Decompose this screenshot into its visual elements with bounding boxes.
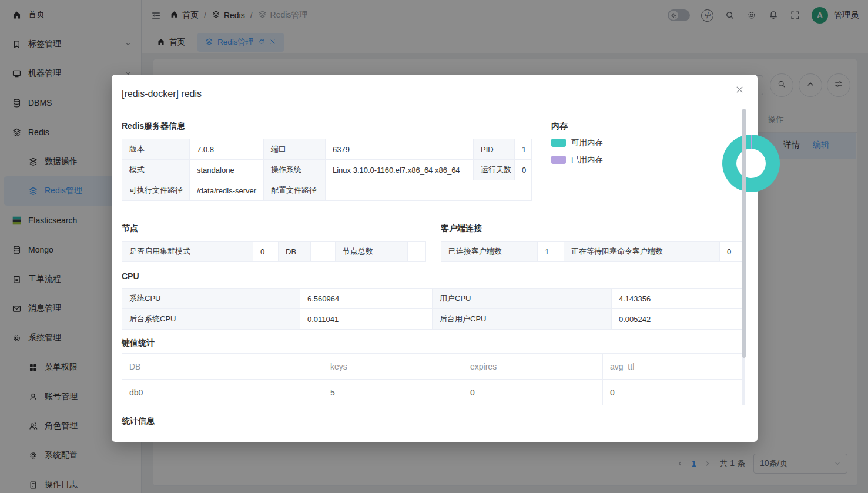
info-label: 系统CPU (122, 289, 300, 308)
legend-item[interactable]: 可用内存 (551, 137, 742, 148)
section-heading: 客户端连接 (441, 223, 745, 234)
info-label: 可执行文件路径 (122, 180, 189, 200)
info-label: 用户CPU (433, 289, 611, 308)
dialog-body: Redis服务器信息 版本 7.0.8 端口 6379 PID 1 模式 sta… (112, 100, 758, 427)
legend-swatch (551, 139, 566, 147)
info-label: 是否启用集群模式 (122, 242, 253, 261)
info-value: 0 (515, 160, 531, 180)
info-value: 0.011041 (300, 309, 432, 329)
info-label: 运行天数 (474, 160, 514, 180)
info-value: 4.143356 (612, 289, 742, 308)
keyspace-table: DB keys expires avg_ttl db0 5 0 0 (122, 353, 745, 405)
info-label: 配置文件路径 (264, 180, 325, 200)
server-info-table: 版本 7.0.8 端口 6379 PID 1 模式 standalone 操作系… (122, 139, 532, 201)
table-cell: 5 (323, 380, 463, 405)
column-header: expires (463, 354, 602, 379)
table-cell: db0 (122, 380, 323, 405)
server-info-section: Redis服务器信息 版本 7.0.8 端口 6379 PID 1 模式 sta… (122, 121, 532, 201)
info-value: /data/redis-server (190, 180, 263, 200)
section-heading: Redis服务器信息 (122, 121, 532, 132)
info-value: 6.560964 (300, 289, 432, 308)
cpu-table: 系统CPU 6.560964 用户CPU 4.143356 后台系统CPU 0.… (122, 288, 745, 330)
cpu-section: CPU 系统CPU 6.560964 用户CPU 4.143356 后台系统CP… (122, 271, 742, 330)
legend-swatch (551, 156, 566, 164)
clients-table: 已连接客户端数 1 正在等待阻塞命令客户端数 0 (441, 241, 745, 262)
legend-item[interactable]: 已用内存 (551, 155, 742, 165)
modal-scrollbar-thumb[interactable] (742, 109, 746, 358)
info-value: 7.0.8 (190, 139, 263, 159)
node-section: 节点 是否启用集群模式 0 DB 节点总数 (122, 223, 426, 262)
section-heading: CPU (122, 271, 742, 281)
info-label: 模式 (122, 160, 189, 180)
column-header: DB (122, 354, 323, 379)
app-window: 首页 标签管理 机器管理 DBMS Redis 数据操作 Redis管理 Ela… (0, 0, 868, 493)
clients-section: 客户端连接 已连接客户端数 1 正在等待阻塞命令客户端数 0 (441, 223, 745, 262)
info-label: 操作系统 (264, 160, 325, 180)
info-label: DB (279, 242, 310, 261)
keyspace-section: 键值统计 DB keys expires avg_ttl db0 5 0 0 (122, 338, 742, 405)
column-header: keys (323, 354, 463, 379)
info-value: 1 (538, 242, 564, 261)
info-label: 正在等待阻塞命令客户端数 (564, 242, 719, 261)
info-label: 已连接客户端数 (441, 242, 537, 261)
info-value: 0.005242 (612, 309, 742, 329)
info-value: 6379 (326, 139, 473, 159)
memory-donut (722, 135, 780, 192)
memory-section: 内存 可用内存 已用内存 (551, 121, 742, 165)
info-value: 0 (253, 242, 278, 261)
info-value (408, 242, 425, 261)
node-table: 是否启用集群模式 0 DB 节点总数 (122, 241, 426, 262)
info-label: 节点总数 (336, 242, 407, 261)
dialog-title: [redis-docker] redis (122, 88, 743, 100)
info-value (326, 180, 531, 200)
info-value: Linux 3.10.0-1160.el7.x86_64 x86_64 (326, 160, 473, 180)
redis-info-dialog: [redis-docker] redis Redis服务器信息 版本 7.0.8… (112, 75, 758, 442)
info-label: PID (474, 139, 514, 159)
section-heading: 节点 (122, 223, 426, 234)
column-header: avg_ttl (603, 354, 742, 379)
table-cell: 0 (603, 380, 742, 405)
info-value (311, 242, 335, 261)
memory-legend: 可用内存 已用内存 (551, 137, 742, 165)
info-label: 后台用户CPU (433, 309, 611, 329)
info-value: 1 (515, 139, 531, 159)
stats-section-heading: 统计信息 (122, 416, 742, 427)
section-heading: 键值统计 (122, 338, 742, 348)
info-label: 版本 (122, 139, 189, 159)
info-value: 0 (720, 242, 743, 261)
info-value: standalone (190, 160, 263, 180)
table-cell: 0 (463, 380, 602, 405)
close-icon[interactable] (735, 85, 745, 95)
dialog-header: [redis-docker] redis (112, 75, 758, 100)
section-heading: 内存 (551, 121, 742, 132)
info-label: 后台系统CPU (122, 309, 300, 329)
info-label: 端口 (264, 139, 325, 159)
